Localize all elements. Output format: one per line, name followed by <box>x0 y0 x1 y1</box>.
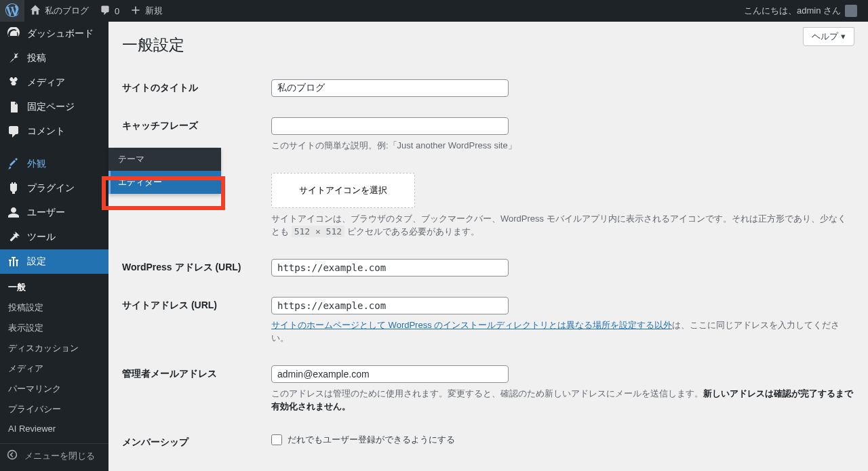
new-text: 新規 <box>145 5 163 17</box>
settings-submenu: 一般 投稿設定 表示設定 ディスカッション メディア パーマリンク プライバシー… <box>0 274 108 443</box>
site-name-link[interactable]: 私のブログ <box>24 0 94 22</box>
comments-link[interactable]: 0 <box>94 0 125 22</box>
menu-dashboard[interactable]: ダッシュボード <box>0 22 108 46</box>
appearance-flyout: テーマ エディター <box>108 148 221 194</box>
user-account[interactable]: こんにちは、admin さん <box>738 0 863 22</box>
comment-icon <box>7 125 20 138</box>
submenu-permalink[interactable]: パーマリンク <box>0 379 108 399</box>
media-icon <box>7 76 20 89</box>
menu-pages[interactable]: 固定ページ <box>0 95 108 119</box>
comment-icon <box>100 5 111 18</box>
menu-posts[interactable]: 投稿 <box>0 46 108 70</box>
menu-settings[interactable]: 設定 <box>0 249 108 274</box>
submenu-reading[interactable]: 表示設定 <box>0 318 108 338</box>
collapse-icon <box>7 449 18 462</box>
help-tab[interactable]: ヘルプ ▾ <box>803 27 854 46</box>
tagline-label: キャッチフレーズ <box>122 117 271 132</box>
site-url-input[interactable] <box>271 297 509 314</box>
home-icon <box>30 5 41 18</box>
submenu-privacy[interactable]: プライバシー <box>0 399 108 419</box>
wp-logo[interactable] <box>0 0 24 22</box>
wp-url-label: WordPress アドレス (URL) <box>122 259 271 274</box>
submenu-general[interactable]: 一般 <box>0 277 108 298</box>
wordpress-icon <box>5 3 19 19</box>
submenu-discussion[interactable]: ディスカッション <box>0 338 108 359</box>
menu-settings-label: 設定 <box>27 255 46 268</box>
site-name-text: 私のブログ <box>45 5 89 17</box>
membership-checkbox-row[interactable]: だれでもユーザー登録ができるようにする <box>271 434 854 446</box>
comments-count: 0 <box>115 6 119 16</box>
menu-posts-label: 投稿 <box>27 52 46 64</box>
page-title: 一般設定 <box>122 28 854 69</box>
submenu-media[interactable]: メディア <box>0 359 108 379</box>
menu-media[interactable]: メディア <box>0 70 108 95</box>
menu-plugins-label: プラグイン <box>27 182 75 194</box>
menu-appearance[interactable]: 外観 <box>0 152 108 176</box>
admin-email-description: このアドレスは管理のために使用されます。変更すると、確認のため新しいアドレスにメ… <box>271 387 854 413</box>
dashboard-icon <box>7 27 20 41</box>
collapse-label: メニューを閉じる <box>24 450 95 462</box>
greeting-text: こんにちは、admin さん <box>744 5 841 17</box>
menu-comments-label: コメント <box>27 125 65 138</box>
page-icon <box>7 100 20 114</box>
wp-url-input[interactable] <box>271 259 509 277</box>
site-url-label: サイトアドレス (URL) <box>122 297 271 312</box>
submenu-writing[interactable]: 投稿設定 <box>0 298 108 318</box>
menu-comments[interactable]: コメント <box>0 119 108 144</box>
wrench-icon <box>7 230 20 244</box>
plus-icon <box>130 5 141 18</box>
menu-appearance-label: 外観 <box>27 158 46 170</box>
settings-icon <box>7 255 20 268</box>
tagline-description: このサイトの簡単な説明。例:「Just another WordPress si… <box>271 139 854 152</box>
plugin-icon <box>7 182 20 195</box>
menu-tools[interactable]: ツール <box>0 225 108 249</box>
collapse-menu[interactable]: メニューを閉じる <box>0 443 108 468</box>
site-icon-description: サイトアイコンは、ブラウザのタブ、ブックマークバー、WordPress モバイル… <box>271 212 854 239</box>
menu-pages-label: 固定ページ <box>27 101 75 113</box>
flyout-themes[interactable]: テーマ <box>108 148 221 171</box>
user-icon <box>7 206 20 220</box>
site-url-description: サイトのホームページとして WordPress のインストールディレクトリとは異… <box>271 319 854 345</box>
admin-bar: 私のブログ 0 新規 こんにちは、admin さん <box>0 0 868 22</box>
membership-label: メンバーシップ <box>122 434 271 449</box>
new-content-link[interactable]: 新規 <box>125 0 168 22</box>
menu-dashboard-label: ダッシュボード <box>27 28 94 40</box>
membership-checkbox[interactable] <box>271 434 282 445</box>
admin-sidebar: ダッシュボード 投稿 メディア 固定ページ コメント 外観 プラグイン ユーザー… <box>0 22 108 471</box>
menu-users[interactable]: ユーザー <box>0 201 108 225</box>
site-title-input[interactable] <box>271 79 509 97</box>
submenu-ai-reviewer[interactable]: AI Reviewer <box>0 419 108 438</box>
main-content: ヘルプ ▾ 一般設定 サイトのタイトル キャッチフレーズ このサイトの簡単な説明… <box>108 22 868 471</box>
menu-media-label: メディア <box>27 77 65 89</box>
avatar-icon <box>845 5 857 17</box>
site-title-label: サイトのタイトル <box>122 79 271 94</box>
svg-point-0 <box>8 451 17 459</box>
site-icon-button[interactable]: サイトアイコンを選択 <box>271 173 415 208</box>
admin-email-input[interactable] <box>271 365 509 383</box>
membership-checkbox-label: だれでもユーザー登録ができるようにする <box>288 434 455 446</box>
menu-plugins[interactable]: プラグイン <box>0 176 108 201</box>
pin-icon <box>7 52 20 65</box>
site-url-help-link[interactable]: サイトのホームページとして WordPress のインストールディレクトリとは異… <box>271 320 672 330</box>
menu-tools-label: ツール <box>27 231 56 243</box>
admin-email-label: 管理者メールアドレス <box>122 365 271 380</box>
brush-icon <box>7 157 20 171</box>
menu-users-label: ユーザー <box>27 207 65 219</box>
flyout-editor[interactable]: エディター <box>108 171 221 194</box>
tagline-input[interactable] <box>271 117 509 135</box>
